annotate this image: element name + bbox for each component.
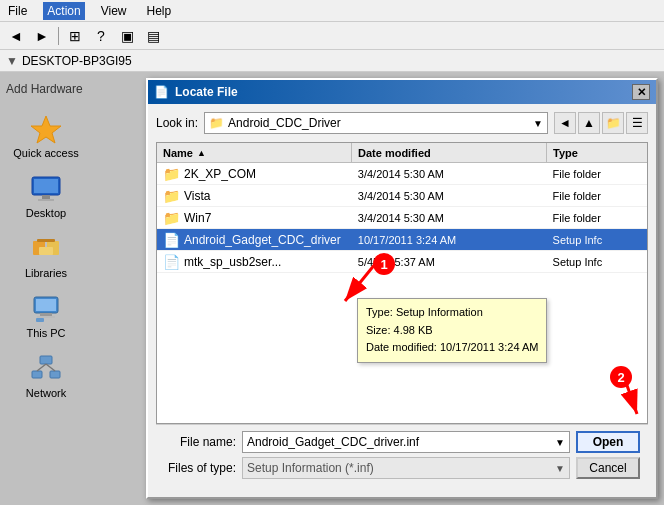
filename-input[interactable]: Android_Gadget_CDC_driver.inf ▼ — [242, 431, 570, 453]
svg-rect-13 — [36, 318, 44, 322]
toolbar-help[interactable]: ? — [89, 25, 113, 47]
dialog-body: Look in: 📁 Android_CDC_Driver ▼ ◄ ▲ 📁 ☰ — [148, 104, 656, 497]
toolbar-view1[interactable]: ▣ — [115, 25, 139, 47]
svg-rect-8 — [37, 239, 55, 242]
svg-rect-7 — [39, 247, 53, 255]
svg-rect-16 — [50, 371, 60, 378]
dialog-title-text: Locate File — [175, 85, 238, 99]
file-list: Name ▲ Date modified Type 📁2K_XP_COM 3/4… — [157, 143, 647, 423]
filename-dropdown-icon: ▼ — [555, 437, 565, 448]
toolbar-view2[interactable]: ▤ — [141, 25, 165, 47]
look-in-label: Look in: — [156, 116, 198, 130]
tree-collapse-icon: ▼ — [6, 54, 18, 68]
table-row-selected[interactable]: 📄Android_Gadget_CDC_driver 10/17/2011 3:… — [157, 229, 647, 251]
toolbar: ◄ ► ⊞ ? ▣ ▤ — [0, 22, 664, 50]
svg-marker-0 — [31, 116, 61, 143]
nav-buttons: ◄ ▲ 📁 ☰ — [554, 112, 648, 134]
dialog-close-button[interactable]: ✕ — [632, 84, 650, 100]
folder-icon-small: 📁 — [209, 116, 224, 130]
sort-icon: ▲ — [197, 148, 206, 158]
main-area: Add Hardware Quick access Desktop — [0, 72, 664, 505]
menu-help[interactable]: Help — [143, 2, 176, 20]
look-in-row: Look in: 📁 Android_CDC_Driver ▼ ◄ ▲ 📁 ☰ — [156, 112, 648, 134]
toolbar-forward[interactable]: ► — [30, 25, 54, 47]
svg-rect-11 — [40, 313, 52, 316]
table-row[interactable]: 📁Vista 3/4/2014 5:30 AM File folder — [157, 185, 647, 207]
col-header-name[interactable]: Name ▲ — [157, 143, 352, 162]
svg-rect-4 — [38, 199, 54, 201]
network-icon — [30, 353, 62, 385]
nav-up-btn[interactable]: ▲ — [578, 112, 600, 134]
filename-value: Android_Gadget_CDC_driver.inf — [247, 435, 419, 449]
col-header-type[interactable]: Type — [547, 143, 647, 162]
tooltip-size: Size: 4.98 KB — [366, 322, 538, 340]
star-icon — [30, 113, 62, 145]
desktop-icon — [30, 173, 62, 205]
menu-view[interactable]: View — [97, 2, 131, 20]
svg-rect-3 — [42, 195, 50, 199]
sidebar-desktop-label: Desktop — [26, 207, 66, 219]
svg-rect-12 — [37, 316, 55, 318]
file-list-container: Name ▲ Date modified Type 📁2K_XP_COM 3/4… — [156, 142, 648, 424]
col-header-date[interactable]: Date modified — [352, 143, 547, 162]
table-row[interactable]: 📁Win7 3/4/2014 5:30 AM File folder — [157, 207, 647, 229]
svg-rect-14 — [40, 356, 52, 364]
dialog-title-left: 📄 Locate File — [154, 85, 238, 99]
toolbar-back[interactable]: ◄ — [4, 25, 28, 47]
library-icon — [30, 233, 62, 265]
sidebar-item-desktop[interactable]: Desktop — [6, 168, 86, 224]
sidebar-item-quick-access[interactable]: Quick access — [6, 108, 86, 164]
dialog-titlebar: 📄 Locate File ✕ — [148, 80, 656, 104]
folder-icon: 📁 — [163, 210, 180, 226]
folder-icon: 📁 — [163, 188, 180, 204]
sidebar-item-network[interactable]: Network — [6, 348, 86, 404]
look-in-dropdown-icon: ▼ — [533, 118, 543, 129]
sidebar-item-libraries[interactable]: Libraries — [6, 228, 86, 284]
filename-row: File name: Android_Gadget_CDC_driver.inf… — [164, 431, 640, 453]
sidebar-libraries-label: Libraries — [25, 267, 67, 279]
nav-views-btn[interactable]: ☰ — [626, 112, 648, 134]
cancel-button[interactable]: Cancel — [576, 457, 640, 479]
menu-file[interactable]: File — [4, 2, 31, 20]
menu-action[interactable]: Action — [43, 2, 84, 20]
inf-file-icon: 📄 — [163, 232, 180, 248]
table-row[interactable]: 📄mtk_sp_usb2ser... 5/45/... 5:37 AM Setu… — [157, 251, 647, 273]
computer-icon — [30, 293, 62, 325]
menu-bar: File Action View Help — [0, 0, 664, 22]
file-list-header: Name ▲ Date modified Type — [157, 143, 647, 163]
filetype-row: Files of type: Setup Information (*.inf)… — [164, 457, 640, 479]
svg-rect-10 — [36, 299, 56, 311]
svg-line-18 — [46, 364, 55, 371]
tooltip-date: Date modified: 10/17/2011 3:24 AM — [366, 339, 538, 357]
dialog-title-icon: 📄 — [154, 85, 169, 99]
filetype-combo[interactable]: Setup Information (*.inf) ▼ — [242, 457, 570, 479]
look-in-combo[interactable]: 📁 Android_CDC_Driver ▼ — [204, 112, 548, 134]
left-area: Add Hardware Quick access Desktop — [6, 78, 136, 499]
filetype-label: Files of type: — [164, 461, 236, 475]
folder-icon: 📁 — [163, 166, 180, 182]
nav-newfolder-btn[interactable]: 📁 — [602, 112, 624, 134]
look-in-value: Android_CDC_Driver — [228, 116, 533, 130]
svg-rect-2 — [34, 179, 58, 193]
svg-line-17 — [37, 364, 46, 371]
file-tooltip: Type: Setup Information Size: 4.98 KB Da… — [357, 298, 547, 363]
table-row[interactable]: 📁2K_XP_COM 3/4/2014 5:30 AM File folder — [157, 163, 647, 185]
sidebar-network-label: Network — [26, 387, 66, 399]
toolbar-grid[interactable]: ⊞ — [63, 25, 87, 47]
sidebar-thispc-label: This PC — [26, 327, 65, 339]
open-button[interactable]: Open — [576, 431, 640, 453]
dialog-bottom: File name: Android_Gadget_CDC_driver.inf… — [156, 424, 648, 489]
add-hardware-text: Add Hardware — [6, 78, 136, 104]
locate-file-dialog: 📄 Locate File ✕ Look in: 📁 Android_CDC_D… — [146, 78, 658, 499]
sidebar-item-this-pc[interactable]: This PC — [6, 288, 86, 344]
tree-bar: ▼ DESKTOP-BP3GI95 — [0, 50, 664, 72]
sidebar: Quick access Desktop — [6, 104, 136, 404]
sidebar-quick-access-label: Quick access — [13, 147, 78, 159]
toolbar-separator-1 — [58, 27, 59, 45]
tooltip-type: Type: Setup Information — [366, 304, 538, 322]
filename-label: File name: — [164, 435, 236, 449]
filetype-dropdown-icon: ▼ — [555, 463, 565, 474]
svg-rect-15 — [32, 371, 42, 378]
tree-path: DESKTOP-BP3GI95 — [22, 54, 132, 68]
nav-back-btn[interactable]: ◄ — [554, 112, 576, 134]
